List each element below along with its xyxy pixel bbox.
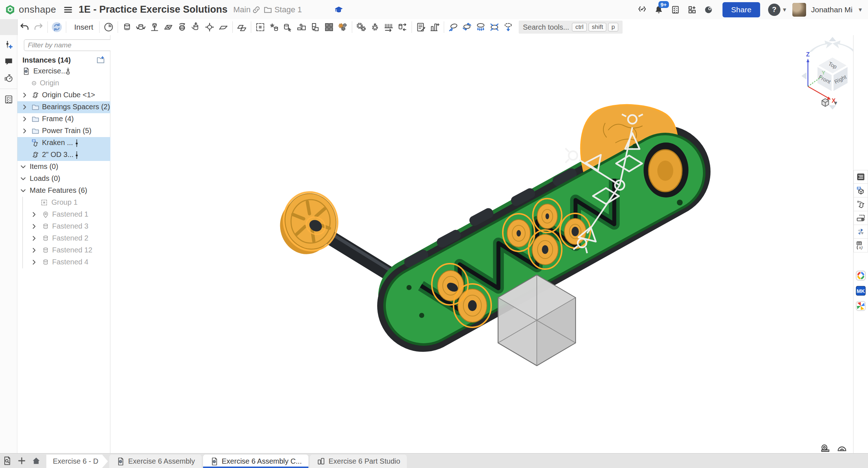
mate-connector-add-icon[interactable]: [3, 39, 15, 51]
document-tab[interactable]: Exercise 6 Part Studio: [310, 455, 407, 468]
slider-mate-icon[interactable]: [148, 20, 161, 34]
tree-row[interactable]: Kraken ...: [17, 137, 110, 149]
share-button[interactable]: Share: [722, 2, 760, 17]
part-link-icon[interactable]: [854, 197, 868, 211]
chevron-right-icon[interactable]: [21, 115, 28, 123]
chevron-down-icon[interactable]: ▼: [858, 7, 863, 13]
chevron-down-icon[interactable]: [20, 187, 27, 194]
replicate-icon[interactable]: [267, 20, 281, 34]
tree-row[interactable]: Bearings Spacers (2): [17, 101, 110, 113]
document-tab[interactable]: Exercise 6 Assembly C...: [203, 455, 308, 468]
app-roundel-icon[interactable]: [854, 268, 868, 283]
group-select-icon[interactable]: [253, 20, 267, 34]
tree-row[interactable]: Fastened 1: [17, 209, 110, 221]
motion-spin-icon[interactable]: [460, 20, 474, 34]
graduation-cap-icon[interactable]: [333, 4, 345, 16]
chevron-right-icon[interactable]: [30, 223, 38, 230]
tree-row[interactable]: 2" OD 3...: [17, 149, 110, 161]
clock-icon[interactable]: [102, 20, 115, 34]
gear-star-icon[interactable]: [368, 20, 382, 34]
main-menu-button[interactable]: [62, 4, 74, 16]
instances-panel-toggle[interactable]: [0, 19, 18, 35]
featurescript-notices-icon[interactable]: [636, 4, 648, 16]
comment-icon[interactable]: [3, 55, 15, 68]
tape-measure-icon[interactable]: [819, 442, 831, 455]
snap-mode-icon[interactable]: [295, 20, 308, 34]
variables-icon[interactable]: x): [854, 239, 868, 252]
add-folder-icon[interactable]: [96, 55, 105, 65]
chevron-down-icon[interactable]: [20, 163, 27, 170]
chevron-right-icon[interactable]: [30, 235, 38, 242]
chevron-right-icon[interactable]: [21, 127, 28, 135]
add-tab-button[interactable]: [14, 453, 29, 468]
tasks-checklist-icon[interactable]: [670, 4, 681, 16]
transform-icon[interactable]: [281, 20, 295, 34]
undo-button[interactable]: [18, 20, 31, 34]
tree-row[interactable]: Frame (4): [17, 113, 110, 125]
chevron-right-icon[interactable]: [30, 211, 38, 218]
notifications-bell-icon[interactable]: 9+: [653, 4, 665, 16]
redo-button[interactable]: [31, 20, 45, 34]
learning-center-icon[interactable]: [703, 4, 715, 16]
tree-row[interactable]: Group 1: [17, 197, 110, 209]
cylindrical-mate-icon[interactable]: [189, 20, 203, 34]
fastened-mate-icon[interactable]: [120, 20, 134, 34]
motion-down-icon[interactable]: [474, 20, 488, 34]
tree-row[interactable]: Origin Cube <1>: [17, 89, 110, 101]
planar-mate-icon[interactable]: [161, 20, 175, 34]
tangent-mate-icon[interactable]: [216, 20, 230, 34]
create-app-icon[interactable]: [686, 4, 698, 16]
tree-row[interactable]: Fastened 4: [17, 256, 110, 268]
bom-icon[interactable]: [414, 20, 428, 34]
tree-row[interactable]: Fastened 3: [17, 221, 110, 233]
document-tab[interactable]: Exercise 6 - Dir: [46, 455, 108, 468]
app-mk-icon[interactable]: MK: [854, 284, 868, 298]
tree-row[interactable]: Loads (0): [17, 173, 110, 185]
help-menu[interactable]: ? ▼: [768, 4, 787, 16]
tree-row[interactable]: Mate Features (6): [17, 185, 110, 197]
ball-mate-icon[interactable]: [175, 20, 189, 34]
tree-row[interactable]: Exercise...: [17, 65, 110, 77]
search-tools[interactable]: Search tools... ctrlshiftp: [519, 21, 623, 34]
motion-roll-icon[interactable]: [446, 20, 460, 34]
rack-pinion-icon[interactable]: [382, 20, 396, 34]
filter-input[interactable]: [24, 39, 121, 51]
assembly-model[interactable]: [110, 35, 853, 453]
move-copy-icon[interactable]: [308, 20, 322, 34]
pinwheel-icon[interactable]: [854, 225, 868, 239]
panel-list-icon[interactable]: [854, 170, 868, 184]
3d-viewport[interactable]: Top Front Right Z X Y ▼: [110, 35, 853, 453]
gear-relation-icon[interactable]: [354, 20, 368, 34]
chevron-down-icon[interactable]: [20, 175, 27, 182]
motion-drop-icon[interactable]: [501, 20, 515, 34]
app-pinwheel-icon[interactable]: [854, 299, 868, 313]
update-sync-icon[interactable]: [50, 20, 64, 34]
motion-contract-icon[interactable]: [488, 20, 501, 34]
tree-row[interactable]: Origin: [17, 77, 110, 89]
tree-row[interactable]: Fastened 2: [17, 233, 110, 244]
exploded-cube-icon[interactable]: [854, 184, 868, 197]
checklist-icon[interactable]: [3, 93, 15, 106]
pattern-icon[interactable]: [322, 20, 336, 34]
tree-row[interactable]: Fastened 12: [17, 244, 110, 256]
stage-breadcrumb[interactable]: Stage 1: [274, 5, 302, 14]
drawing-roll-icon[interactable]: [854, 211, 868, 225]
parallel-mate-icon[interactable]: [235, 20, 249, 34]
screw-relation-icon[interactable]: [396, 20, 409, 34]
tree-row[interactable]: Items (0): [17, 161, 110, 173]
chevron-right-icon[interactable]: [30, 247, 38, 254]
link-icon[interactable]: [250, 4, 262, 16]
search-tabs-icon[interactable]: [0, 453, 14, 468]
chevron-right-icon[interactable]: [21, 92, 28, 99]
home-button[interactable]: [29, 453, 43, 468]
view-options-dropdown[interactable]: ▼: [820, 97, 838, 108]
avatar[interactable]: [792, 3, 806, 17]
user-name[interactable]: Jonathan Mi: [811, 5, 852, 14]
revolute-mate-icon[interactable]: [134, 20, 148, 34]
relations-color-icon[interactable]: [336, 20, 350, 34]
measure-tools-icon[interactable]: [428, 20, 442, 34]
chevron-right-icon[interactable]: [21, 103, 28, 111]
tree-row[interactable]: Power Train (5): [17, 125, 110, 137]
workspace-label[interactable]: Main: [233, 5, 250, 14]
insert-button[interactable]: Insert: [68, 23, 97, 31]
